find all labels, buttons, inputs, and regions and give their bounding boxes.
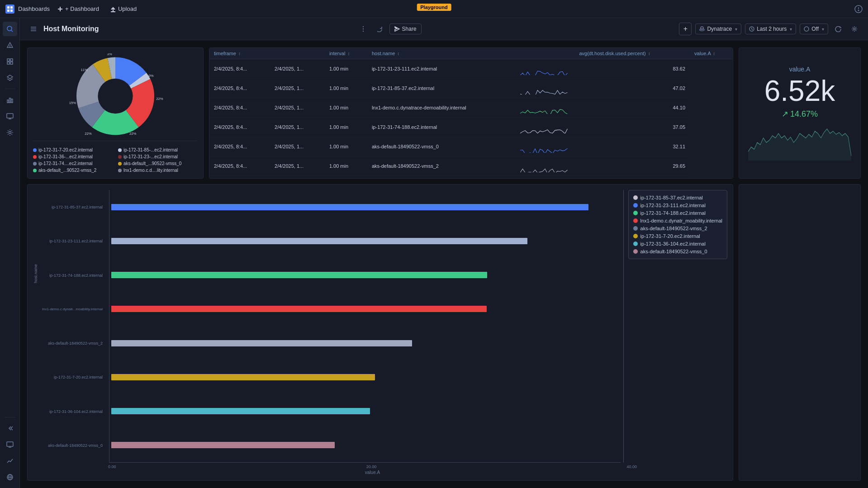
dashboard-header: Host Monitoring Share + Dynatrace [20, 18, 868, 40]
bar-legend-list: ip-172-31-85-37.ec2.internalip-172-31-23… [633, 195, 722, 254]
bar-fill[interactable] [111, 408, 370, 414]
notification-icon[interactable] [854, 5, 863, 13]
x-label-0: 0.00 [108, 464, 116, 469]
legend-label-4: ip-172-31-74....ec2.internal [38, 161, 93, 166]
x-label-1: 20.00 [366, 464, 377, 469]
cell-value-a: 25.49 [574, 176, 690, 179]
table-header-row: timeframe ↕ interval ↕ host.name ↕ avg(d… [209, 48, 733, 59]
svg-rect-0 [7, 6, 9, 9]
stat-change: ↗ 14.67% [782, 109, 818, 119]
datasource-btn[interactable]: Dynatrace ▾ [695, 24, 741, 34]
sidebar-bottom [3, 415, 17, 484]
cell-hostname: lnx1-demo.c.dynatrace-demoability.intern… [367, 98, 516, 118]
svg-point-15 [9, 47, 10, 47]
col-sparkline [516, 48, 574, 59]
svg-rect-2 [7, 9, 9, 12]
table-body: 2/4/2025, 8:4... 2/4/2025, 1... 1.00 min… [209, 59, 733, 179]
svg-point-37 [362, 28, 363, 29]
dashboards-label[interactable]: Dashboards [18, 5, 50, 12]
svg-point-38 [362, 31, 363, 32]
toggle-sidebar-btn[interactable] [27, 25, 40, 33]
svg-rect-23 [11, 99, 13, 103]
dashboard-settings-btn[interactable] [848, 23, 861, 35]
bar-fill[interactable] [111, 204, 588, 210]
legend-dot-7 [118, 169, 122, 172]
stat-panel: value.A 6.52k ↗ 14.67% [739, 47, 861, 179]
cell-hostname: ip-172-31-36-104.ec2.internal [367, 176, 516, 179]
legend-dot [633, 211, 638, 215]
new-dashboard-btn[interactable]: + Dashboard [53, 4, 103, 14]
sidebar-divider-2 [5, 417, 15, 417]
sidebar-icon-settings[interactable] [3, 125, 17, 140]
sidebar-icon-collapse[interactable] [3, 421, 17, 436]
cell-value-a: 44.10 [574, 98, 690, 118]
sidebar-icon-barchart[interactable] [3, 93, 17, 107]
bar-row [109, 394, 621, 428]
sidebar-icon-monitor2[interactable] [3, 437, 17, 452]
cursor-line [623, 190, 624, 463]
time-range-chevron: ▾ [790, 27, 792, 32]
cell-timeframe-start: 2/4/2025, 8:4... [209, 176, 270, 179]
bar-fill[interactable] [111, 340, 412, 346]
bar-fill[interactable] [111, 306, 487, 312]
cell-interval: 1.00 min [325, 98, 367, 118]
cell-sparkline [516, 118, 574, 137]
sidebar-icon-alert[interactable] [3, 38, 17, 52]
table-row: 2/4/2025, 8:4... 2/4/2025, 1... 1.00 min… [209, 59, 733, 79]
bar-legend-item: ip-172-31-74-188.ec2.internal [633, 210, 722, 216]
legend-dot-0 [33, 148, 37, 152]
dashboard-title: Host Monitoring [43, 25, 99, 33]
dashboards-icon [5, 5, 14, 14]
time-range-label: Last 2 hours [757, 26, 787, 32]
upload-btn[interactable]: Upload [106, 4, 140, 14]
bar-legend-item: aks-default-18490522-vmss_0 [633, 249, 722, 254]
share-btn[interactable]: Share [389, 24, 422, 34]
pie-legend: ip-172-31-7-20.ec2.internal ip-172-31-85… [33, 141, 198, 173]
stat-sparkline [748, 124, 851, 161]
cell-value-a: 29.65 [574, 156, 690, 176]
col-interval[interactable]: interval ↕ [325, 48, 367, 59]
legend-item-7: lnx1-demo.c.d....lity.internal [118, 168, 198, 173]
col-hostname[interactable]: host.name ↕ [367, 48, 516, 59]
bar-fill[interactable] [111, 238, 527, 244]
sidebar-icon-layers[interactable] [3, 71, 17, 85]
col-avg-disk[interactable]: avg(dt.host.disk.used.percent) ↕ [574, 48, 690, 59]
manual-refresh-btn[interactable] [832, 23, 844, 35]
svg-text:22%: 22% [129, 132, 137, 136]
time-range-btn[interactable]: Last 2 hours ▾ [745, 24, 796, 34]
bar-fill[interactable] [111, 442, 335, 448]
cell-timeframe-end: 2/4/2025, 1... [270, 98, 325, 118]
bar-row [109, 190, 621, 224]
sidebar-icon-globe[interactable] [3, 470, 17, 484]
refresh-label: Off [811, 26, 819, 32]
add-panel-btn[interactable]: + [679, 23, 692, 35]
more-options-btn[interactable] [357, 23, 370, 35]
table-row: 2/4/2025, 8:4... 2/4/2025, 1... 1.00 min… [209, 156, 733, 176]
dashboard-actions: Share [357, 23, 422, 35]
svg-line-12 [11, 30, 13, 32]
col-timeframe-end[interactable] [270, 48, 325, 59]
legend-label-3: ip-172-31-23-...ec2.internal [123, 154, 178, 159]
sidebar-icon-chart2[interactable] [3, 454, 17, 468]
cell-sparkline [516, 98, 574, 118]
col-timeframe-start[interactable]: timeframe ↕ [209, 48, 270, 59]
cell-timeframe-start: 2/4/2025, 8:4... [209, 118, 270, 137]
bar-legend-item: ip-172-31-7-20.ec2.internal [633, 233, 722, 239]
bar-fill[interactable] [111, 374, 375, 380]
sidebar-icon-monitor[interactable] [3, 109, 17, 123]
main-layout: Host Monitoring Share + Dynatrace [0, 18, 868, 488]
bar-legend-item: lnx1-demo.c.dynatr_moability.internal [633, 218, 722, 223]
sidebar-icon-search[interactable] [3, 22, 17, 36]
legend-item-0: ip-172-31-7-20.ec2.internal [33, 147, 113, 152]
legend-label: ip-172-31-23-111.ec2.internal [640, 203, 706, 208]
sidebar-icon-grid[interactable] [3, 54, 17, 69]
svg-point-40 [700, 29, 704, 31]
cell-timeframe-end: 2/4/2025, 1... [270, 118, 325, 137]
refresh-btn[interactable]: Off ▾ [800, 24, 828, 34]
refresh-view-btn[interactable] [373, 23, 386, 35]
bar-fill[interactable] [111, 272, 487, 278]
cell-timeframe-end: 2/4/2025, 1... [270, 137, 325, 156]
cell-timeframe-end: 2/4/2025, 1... [270, 59, 325, 79]
cell-hostname: ip-172-31-85-37.ec2.internal [367, 79, 516, 98]
col-value-a[interactable]: value.A ↕ [690, 48, 733, 59]
